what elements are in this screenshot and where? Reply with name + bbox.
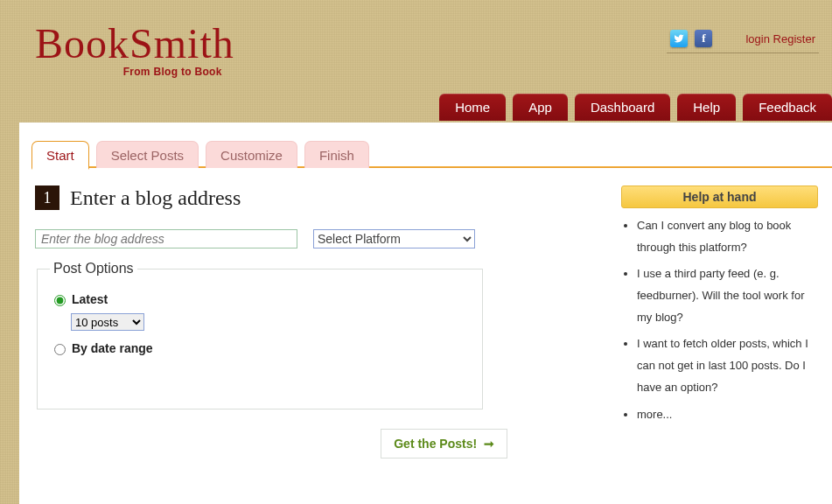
- twitter-icon[interactable]: [670, 30, 688, 47]
- nav-app[interactable]: App: [513, 94, 568, 121]
- help-panel: Help at hand Can I convert any blog to b…: [621, 186, 832, 458]
- post-options-legend: Post Options: [50, 261, 137, 276]
- radio-latest-row[interactable]: Latest: [50, 292, 470, 306]
- nav-home[interactable]: Home: [439, 94, 506, 121]
- help-item[interactable]: Can I convert any blog to book through t…: [637, 215, 818, 258]
- inputs-row: Select Platform: [35, 229, 595, 248]
- auth-links: login Register: [745, 32, 815, 46]
- radio-daterange-label: By date range: [72, 341, 153, 355]
- step-title: 1 Enter a blog address: [35, 186, 595, 210]
- radio-latest[interactable]: [54, 295, 66, 306]
- posts-count-select[interactable]: 10 posts: [71, 313, 144, 331]
- platform-select[interactable]: Select Platform: [313, 229, 475, 248]
- top-right-bar: f login Register: [667, 30, 819, 53]
- get-posts-label: Get the Posts!: [394, 437, 477, 451]
- help-panel-title: Help at hand: [621, 186, 818, 208]
- logo-area: BookSmith From Blog to Book: [35, 19, 234, 78]
- step-heading: Enter a blog address: [70, 186, 241, 210]
- content-area: Start Select Posts Customize Finish 1 En…: [19, 122, 832, 504]
- help-item-more[interactable]: more...: [637, 404, 818, 426]
- header: BookSmith From Blog to Book f login Regi…: [0, 0, 832, 122]
- tab-customize[interactable]: Customize: [206, 141, 297, 168]
- tab-select-posts[interactable]: Select Posts: [96, 141, 199, 168]
- nav-buttons: Home App Dashboard Help Feedback: [439, 94, 832, 121]
- tab-finish[interactable]: Finish: [304, 141, 369, 168]
- logo-title: BookSmith: [35, 19, 234, 67]
- nav-dashboard[interactable]: Dashboard: [575, 94, 670, 121]
- blog-address-input[interactable]: [35, 229, 297, 248]
- facebook-icon[interactable]: f: [695, 30, 712, 47]
- wizard-tabs: Start Select Posts Customize Finish: [31, 138, 832, 168]
- nav-feedback[interactable]: Feedback: [743, 94, 832, 121]
- help-item[interactable]: I use a third party feed (e. g. feedburn…: [637, 263, 818, 328]
- radio-daterange[interactable]: [54, 344, 66, 355]
- login-link[interactable]: login: [745, 32, 769, 46]
- help-item[interactable]: I want to fetch older posts, which I can…: [637, 333, 818, 398]
- tab-start[interactable]: Start: [31, 141, 89, 170]
- get-posts-button[interactable]: Get the Posts! ➞: [381, 429, 507, 458]
- radio-latest-label: Latest: [72, 292, 108, 306]
- logo-tagline: From Blog to Book: [35, 66, 222, 78]
- nav-help[interactable]: Help: [677, 94, 736, 121]
- register-link[interactable]: Register: [773, 32, 815, 46]
- arrow-right-icon: ➞: [480, 437, 494, 451]
- wizard-step-panel: 1 Enter a blog address Select Platform P…: [35, 186, 595, 458]
- help-list: Can I convert any blog to book through t…: [621, 215, 818, 425]
- post-options-fieldset: Post Options Latest 10 posts By date ran…: [37, 261, 483, 410]
- step-number-badge: 1: [35, 186, 59, 210]
- radio-daterange-row[interactable]: By date range: [50, 341, 470, 355]
